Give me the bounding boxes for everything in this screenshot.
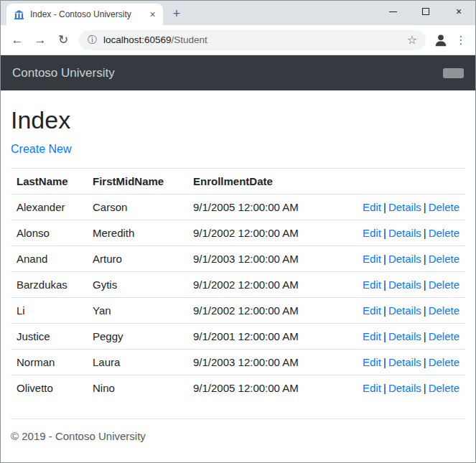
header-enrollmentdate: EnrollmentDate bbox=[187, 169, 325, 195]
delete-link[interactable]: Delete bbox=[429, 304, 459, 317]
table-row: Alonso Meredith 9/1/2002 12:00:00 AM Edi… bbox=[11, 220, 465, 246]
navbar-toggler-button[interactable] bbox=[443, 68, 464, 78]
separator: | bbox=[424, 227, 426, 239]
delete-link[interactable]: Delete bbox=[429, 227, 459, 239]
cell-lastname: Olivetto bbox=[11, 375, 87, 401]
forward-icon[interactable]: → bbox=[29, 29, 51, 51]
profile-avatar-icon[interactable] bbox=[431, 30, 451, 50]
cell-enrollmentdate: 9/1/2001 12:00:00 AM bbox=[187, 324, 325, 350]
delete-link[interactable]: Delete bbox=[429, 330, 459, 342]
cell-firstmidname: Laura bbox=[87, 350, 187, 375]
header-lastname: LastName bbox=[11, 169, 87, 195]
separator: | bbox=[424, 279, 426, 291]
details-link[interactable]: Details bbox=[388, 330, 421, 342]
site-navbar: Contoso University bbox=[1, 55, 475, 90]
separator: | bbox=[383, 330, 386, 342]
cell-lastname: Alonso bbox=[11, 220, 87, 246]
delete-link[interactable]: Delete bbox=[429, 382, 459, 394]
details-link[interactable]: Details bbox=[388, 253, 421, 265]
delete-link[interactable]: Delete bbox=[429, 356, 459, 368]
header-firstmidname: FirstMidName bbox=[87, 169, 187, 195]
window-controls: × bbox=[376, 1, 475, 22]
page-info-icon[interactable]: ⓘ bbox=[88, 34, 97, 47]
separator: | bbox=[383, 356, 386, 368]
tab-close-icon[interactable]: × bbox=[146, 9, 159, 21]
details-link[interactable]: Details bbox=[388, 382, 421, 394]
separator: | bbox=[383, 201, 386, 213]
tab-strip: Index - Contoso University × + × bbox=[1, 1, 475, 25]
url-path: /Student bbox=[172, 34, 207, 45]
new-tab-button[interactable]: + bbox=[167, 4, 186, 23]
separator: | bbox=[424, 304, 426, 317]
window-minimize-button[interactable] bbox=[376, 1, 409, 22]
cell-enrollmentdate: 9/1/2002 12:00:00 AM bbox=[187, 298, 325, 324]
page-viewport: Contoso University Index Create New Last… bbox=[1, 55, 475, 462]
table-row: Justice Peggy 9/1/2001 12:00:00 AM Edit|… bbox=[11, 324, 465, 350]
back-icon[interactable]: ← bbox=[6, 29, 28, 51]
separator: | bbox=[424, 356, 426, 368]
cell-enrollmentdate: 9/1/2003 12:00:00 AM bbox=[187, 350, 325, 375]
separator: | bbox=[424, 253, 426, 265]
edit-link[interactable]: Edit bbox=[363, 330, 381, 342]
cell-lastname: Li bbox=[11, 298, 87, 324]
details-link[interactable]: Details bbox=[388, 201, 421, 213]
main-content: Index Create New LastName FirstMidName E… bbox=[1, 90, 475, 462]
page-title: Index bbox=[11, 106, 465, 134]
address-bar[interactable]: ⓘ localhost:60569/Student ☆ bbox=[79, 30, 426, 50]
students-table: LastName FirstMidName EnrollmentDate Ale… bbox=[11, 168, 465, 401]
browser-toolbar: ← → ↻ ⓘ localhost:60569/Student ☆ ⋮ bbox=[1, 25, 475, 55]
header-actions bbox=[325, 169, 465, 195]
table-row: Barzdukas Gytis 9/1/2002 12:00:00 AM Edi… bbox=[11, 272, 465, 298]
page-footer: © 2019 - Contoso University bbox=[11, 418, 465, 462]
cell-firstmidname: Nino bbox=[87, 375, 187, 401]
cell-lastname: Barzdukas bbox=[11, 272, 87, 298]
separator: | bbox=[383, 279, 386, 291]
edit-link[interactable]: Edit bbox=[363, 227, 381, 239]
table-row: Alexander Carson 9/1/2005 12:00:00 AM Ed… bbox=[11, 195, 465, 220]
reload-icon[interactable]: ↻ bbox=[52, 29, 74, 51]
cell-lastname: Justice bbox=[11, 324, 87, 350]
cell-enrollmentdate: 9/1/2005 12:00:00 AM bbox=[187, 375, 325, 401]
url-host: localhost:60569 bbox=[103, 34, 172, 45]
cell-lastname: Norman bbox=[11, 350, 87, 375]
edit-link[interactable]: Edit bbox=[363, 382, 381, 394]
browser-window: Index - Contoso University × + × ← → ↻ ⓘ… bbox=[0, 0, 476, 463]
browser-menu-icon[interactable]: ⋮ bbox=[452, 30, 470, 50]
table-row: Li Yan 9/1/2002 12:00:00 AM Edit|Details… bbox=[11, 298, 465, 324]
delete-link[interactable]: Delete bbox=[429, 279, 459, 291]
cell-enrollmentdate: 9/1/2002 12:00:00 AM bbox=[187, 220, 325, 246]
window-close-button[interactable]: × bbox=[442, 1, 475, 22]
browser-tab[interactable]: Index - Contoso University × bbox=[6, 4, 163, 25]
window-maximize-button[interactable] bbox=[409, 1, 442, 22]
separator: | bbox=[383, 227, 386, 239]
url-text: localhost:60569/Student bbox=[103, 34, 207, 45]
separator: | bbox=[424, 201, 426, 213]
details-link[interactable]: Details bbox=[388, 227, 421, 239]
delete-link[interactable]: Delete bbox=[429, 253, 459, 265]
table-row: Norman Laura 9/1/2003 12:00:00 AM Edit|D… bbox=[11, 350, 465, 375]
cell-firstmidname: Carson bbox=[87, 195, 187, 220]
create-new-link[interactable]: Create New bbox=[11, 143, 71, 155]
cell-lastname: Alexander bbox=[11, 195, 87, 220]
bookmark-star-icon[interactable]: ☆ bbox=[407, 33, 417, 47]
edit-link[interactable]: Edit bbox=[363, 304, 381, 317]
table-header-row: LastName FirstMidName EnrollmentDate bbox=[11, 169, 465, 195]
cell-enrollmentdate: 9/1/2005 12:00:00 AM bbox=[187, 195, 325, 220]
separator: | bbox=[383, 382, 386, 394]
cell-firstmidname: Peggy bbox=[87, 324, 187, 350]
separator: | bbox=[424, 330, 426, 342]
edit-link[interactable]: Edit bbox=[363, 279, 381, 291]
cell-firstmidname: Arturo bbox=[87, 246, 187, 272]
edit-link[interactable]: Edit bbox=[363, 356, 381, 368]
details-link[interactable]: Details bbox=[388, 356, 421, 368]
delete-link[interactable]: Delete bbox=[429, 201, 459, 213]
edit-link[interactable]: Edit bbox=[363, 201, 381, 213]
separator: | bbox=[383, 253, 386, 265]
table-row: Olivetto Nino 9/1/2005 12:00:00 AM Edit|… bbox=[11, 375, 465, 401]
cell-lastname: Anand bbox=[11, 246, 87, 272]
navbar-brand-link[interactable]: Contoso University bbox=[12, 66, 115, 80]
details-link[interactable]: Details bbox=[388, 279, 421, 291]
edit-link[interactable]: Edit bbox=[363, 253, 381, 265]
details-link[interactable]: Details bbox=[388, 304, 421, 317]
tab-title: Index - Contoso University bbox=[30, 9, 141, 19]
